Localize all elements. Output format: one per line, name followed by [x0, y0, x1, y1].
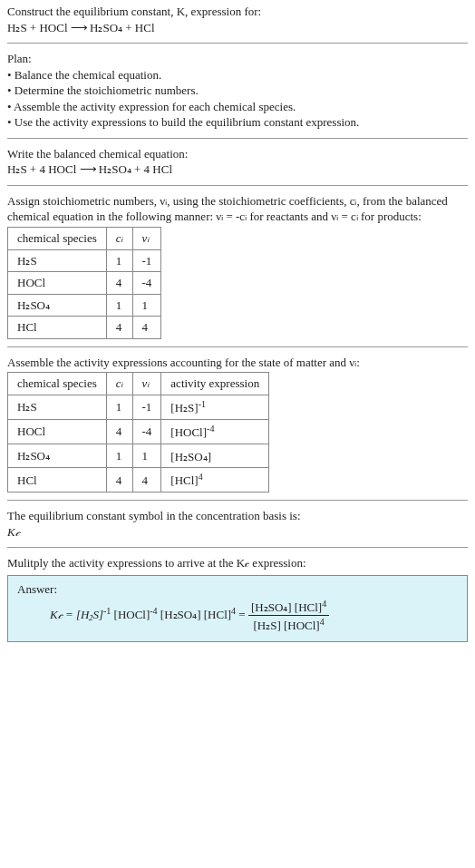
cell-vi: -1	[132, 249, 161, 272]
col-vi: νᵢ	[132, 373, 161, 395]
cell-expr: [H₂S]-1	[161, 395, 269, 419]
cell-ci: 4	[106, 468, 132, 493]
col-vi: νᵢ	[132, 228, 161, 250]
cell-species: HCl	[8, 317, 107, 339]
basis-text: The equilibrium constant symbol in the c…	[7, 508, 468, 524]
answer-lhs: K𝒸 = [H₂S]	[50, 608, 103, 621]
balanced-equation: H₂S + 4 HOCl ⟶ H₂SO₄ + 4 HCl	[7, 161, 468, 178]
cell-species: HOCl	[8, 419, 107, 444]
expr-sup: 4	[199, 472, 203, 482]
answer-t2: [HOCl]	[111, 608, 150, 621]
answer-box: Answer: K𝒸 = [H₂S]-1 [HOCl]-4 [H₂SO₄] [H…	[7, 575, 468, 642]
answer-eq: =	[236, 608, 248, 621]
expr-base: [H₂S]	[170, 401, 198, 414]
table-header-row: chemical species cᵢ νᵢ activity expressi…	[8, 373, 269, 395]
plan-item-4: • Use the activity expressions to build …	[7, 114, 468, 131]
col-expr: activity expression	[161, 373, 269, 395]
expr-base: [HOCl]	[170, 425, 207, 439]
cell-expr: [H₂SO₄]	[161, 444, 269, 468]
num-text: [H₂SO₄] [HCl]	[251, 600, 322, 614]
col-species: chemical species	[8, 373, 107, 395]
divider	[7, 138, 468, 139]
table-row: HOCl 4 -4 [HOCl]-4	[8, 419, 269, 444]
plan-item-2: • Determine the stoichiometric numbers.	[7, 83, 468, 99]
arrow-icon: ⟶	[80, 162, 96, 176]
table-row: HCl 4 4	[8, 317, 161, 339]
cell-ci: 1	[106, 294, 132, 317]
cell-ci: 1	[106, 249, 132, 272]
table-row: HOCl 4 -4	[8, 272, 161, 295]
activity-table: chemical species cᵢ νᵢ activity expressi…	[7, 372, 269, 493]
cell-ci: 1	[106, 444, 132, 468]
cell-vi: 1	[132, 444, 161, 468]
expr-base: [HCl]	[170, 474, 198, 488]
table-row: H₂S 1 -1	[8, 249, 161, 272]
answer-sup2: -4	[150, 606, 157, 616]
intro-equation: H₂S + HOCl ⟶ H₂SO₄ + HCl	[7, 20, 468, 36]
plan-item-1: • Balance the chemical equation.	[7, 67, 468, 83]
col-ci: cᵢ	[106, 373, 132, 395]
cell-species: HOCl	[8, 272, 107, 295]
plan-item-3: • Assemble the activity expression for e…	[7, 99, 468, 115]
num-sup: 4	[322, 599, 326, 609]
plan-title: Plan:	[7, 51, 468, 67]
den-text: [H₂S] [HOCl]	[253, 619, 319, 633]
cell-species: H₂SO₄	[8, 444, 107, 468]
cell-ci: 4	[106, 419, 132, 444]
frac-den: [H₂S] [HOCl]4	[248, 616, 329, 634]
divider	[7, 185, 468, 186]
cell-species: H₂SO₄	[8, 294, 107, 317]
table-row: HCl 4 4 [HCl]4	[8, 468, 269, 493]
cell-ci: 4	[106, 317, 132, 339]
answer-expression: K𝒸 = [H₂S]-1 [HOCl]-4 [H₂SO₄] [HCl]4 = […	[17, 598, 458, 635]
cell-expr: [HCl]4	[161, 468, 269, 493]
expr-sup: -4	[207, 424, 214, 434]
cell-vi: -4	[132, 272, 161, 295]
expr-sup: -1	[199, 399, 206, 409]
expr-base: [H₂SO₄]	[170, 450, 211, 463]
intro-text: Construct the equilibrium constant, K, e…	[7, 5, 261, 18]
arrow-icon: ⟶	[71, 21, 87, 34]
intro-line1: Construct the equilibrium constant, K, e…	[7, 4, 468, 20]
frac-num: [H₂SO₄] [HCl]4	[248, 598, 329, 617]
cell-vi: 4	[132, 317, 161, 339]
basis-symbol: K𝒸	[7, 524, 468, 541]
cell-expr: [HOCl]-4	[161, 419, 269, 444]
answer-t3: [H₂SO₄] [HCl]	[158, 608, 232, 621]
divider	[7, 547, 468, 548]
answer-fraction: [H₂SO₄] [HCl]4[H₂S] [HOCl]4	[248, 598, 329, 635]
multiply-text: Mulitply the activity expressions to arr…	[7, 555, 468, 571]
balanced-rhs: H₂SO₄ + 4 HCl	[99, 162, 172, 176]
divider	[7, 43, 468, 44]
balanced-lhs: H₂S + 4 HOCl	[7, 162, 76, 176]
activity-text: Assemble the activity expressions accoun…	[7, 355, 468, 371]
table-header-row: chemical species cᵢ νᵢ	[8, 228, 161, 250]
cell-vi: 1	[132, 294, 161, 317]
col-ci: cᵢ	[106, 228, 132, 250]
balanced-label: Write the balanced chemical equation:	[7, 146, 468, 162]
table-row: H₂SO₄ 1 1	[8, 294, 161, 317]
cell-species: H₂S	[8, 249, 107, 272]
eq-lhs: H₂S + HOCl	[7, 21, 68, 34]
cell-ci: 4	[106, 272, 132, 295]
cell-species: H₂S	[8, 395, 107, 419]
table-row: H₂S 1 -1 [H₂S]-1	[8, 395, 269, 419]
divider	[7, 500, 468, 501]
cell-ci: 1	[106, 395, 132, 419]
col-species: chemical species	[8, 228, 107, 250]
stoich-text: Assign stoichiometric numbers, νᵢ, using…	[7, 193, 468, 225]
den-sup: 4	[320, 617, 325, 627]
cell-vi: -4	[132, 419, 161, 444]
cell-vi: 4	[132, 468, 161, 493]
table-row: H₂SO₄ 1 1 [H₂SO₄]	[8, 444, 269, 468]
cell-species: HCl	[8, 468, 107, 493]
answer-label: Answer:	[17, 581, 458, 598]
divider	[7, 346, 468, 347]
stoich-table: chemical species cᵢ νᵢ H₂S 1 -1 HOCl 4 -…	[7, 227, 161, 339]
eq-rhs: H₂SO₄ + HCl	[90, 21, 155, 34]
cell-vi: -1	[132, 395, 161, 419]
